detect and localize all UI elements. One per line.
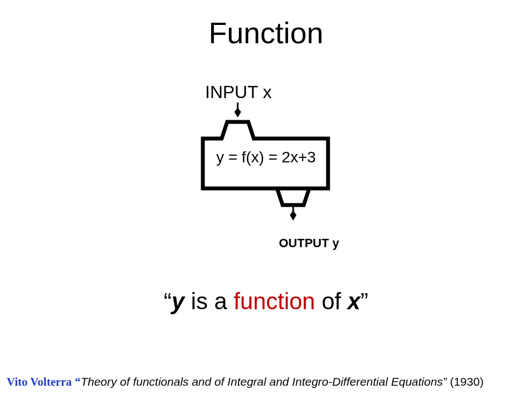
citation: Vito Volterra “Theory of functionals and… bbox=[7, 375, 525, 389]
statement-x: x bbox=[347, 288, 360, 314]
function-machine-diagram: INPUT x y = f(x) = 2x+3 OUTPUT y bbox=[183, 83, 349, 246]
slide-title: Function bbox=[0, 16, 532, 50]
function-box-label: y = f(x) = 2x+3 bbox=[183, 149, 349, 166]
close-quote: ” bbox=[360, 288, 368, 314]
citation-title: Theory of functionals and of Integral an… bbox=[80, 375, 450, 388]
statement: “y is a function of x” bbox=[0, 288, 532, 315]
statement-function: function bbox=[234, 288, 315, 314]
output-label: OUTPUT y bbox=[279, 236, 339, 250]
citation-year: (1930) bbox=[450, 375, 484, 388]
citation-open-quote: “ bbox=[75, 375, 81, 388]
statement-mid1: is a bbox=[185, 288, 234, 314]
svg-rect-1 bbox=[237, 103, 239, 109]
svg-rect-3 bbox=[293, 206, 294, 212]
input-label: INPUT x bbox=[205, 82, 272, 103]
statement-y: y bbox=[172, 288, 185, 314]
statement-mid2: of bbox=[315, 288, 347, 314]
slide: Function I bbox=[0, 0, 532, 399]
open-quote: “ bbox=[164, 288, 172, 314]
citation-author: Vito Volterra bbox=[7, 375, 75, 388]
diagram-container: INPUT x y = f(x) = 2x+3 OUTPUT y bbox=[0, 83, 532, 246]
